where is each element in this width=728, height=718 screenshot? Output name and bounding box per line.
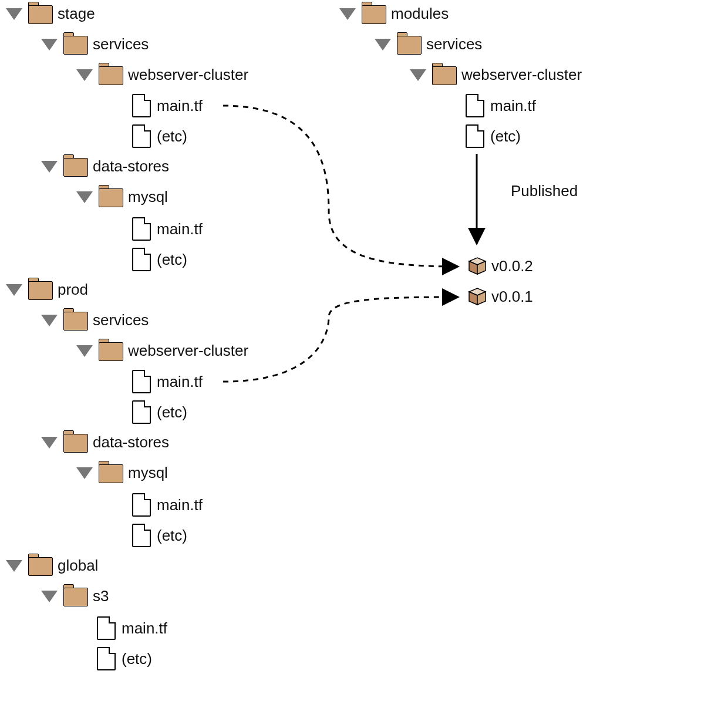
file-global-main-tf: main.tf: [97, 616, 167, 640]
chevron-down-icon: [41, 39, 58, 50]
folder-icon: [432, 66, 456, 84]
file-stage-mysql-main-tf: main.tf: [132, 217, 203, 241]
folder-label: services: [93, 35, 149, 53]
folder-prod: prod: [6, 281, 88, 299]
file-icon: [97, 647, 116, 670]
folder-icon: [28, 557, 52, 575]
file-label: (etc): [157, 127, 187, 146]
folder-global-s3: s3: [41, 587, 109, 605]
file-icon: [466, 94, 484, 117]
folder-label: modules: [391, 5, 449, 23]
version-label: v0.0.1: [491, 288, 533, 306]
file-label: main.tf: [157, 373, 203, 391]
file-label: main.tf: [157, 496, 203, 514]
chevron-down-icon: [410, 69, 426, 81]
file-prod-etc: (etc): [132, 400, 187, 424]
folder-label: mysql: [128, 464, 168, 482]
file-label: main.tf: [157, 220, 203, 238]
folder-icon: [63, 36, 87, 53]
file-global-etc: (etc): [97, 647, 152, 670]
folder-label: data-stores: [93, 433, 169, 451]
chevron-down-icon: [41, 161, 58, 173]
folder-label: services: [426, 35, 482, 53]
chevron-down-icon: [375, 39, 391, 50]
file-icon: [132, 524, 151, 547]
folder-label: mysql: [128, 188, 168, 206]
chevron-down-icon: [6, 284, 22, 296]
folder-icon: [63, 434, 87, 451]
chevron-down-icon: [76, 467, 93, 479]
folder-prod-webserver-cluster: webserver-cluster: [76, 342, 248, 360]
folder-icon: [397, 36, 420, 53]
folder-global: global: [6, 557, 98, 575]
folder-label: webserver-cluster: [128, 66, 248, 84]
file-label: main.tf: [122, 619, 167, 638]
folder-icon: [63, 158, 87, 176]
published-label: Published: [511, 182, 578, 200]
package-icon: [466, 258, 486, 275]
chevron-down-icon: [41, 315, 58, 326]
folder-prod-mysql: mysql: [76, 464, 168, 482]
file-icon: [132, 400, 151, 424]
file-label: (etc): [122, 650, 152, 668]
file-prod-main-tf: main.tf: [132, 370, 203, 393]
file-stage-mysql-etc: (etc): [132, 248, 187, 271]
file-icon: [132, 217, 151, 241]
folder-label: webserver-cluster: [128, 342, 248, 360]
chevron-down-icon: [76, 191, 93, 203]
chevron-down-icon: [41, 591, 58, 602]
file-label: (etc): [157, 251, 187, 269]
package-v1: v0.0.1: [466, 288, 533, 306]
folder-icon: [99, 464, 122, 482]
folder-label: s3: [93, 587, 109, 605]
file-stage-etc: (etc): [132, 124, 187, 148]
folder-icon: [99, 188, 122, 206]
folder-icon: [362, 5, 385, 23]
folder-label: webserver-cluster: [461, 66, 582, 84]
chevron-down-icon: [76, 69, 93, 81]
folder-icon: [63, 588, 87, 605]
file-label: (etc): [157, 527, 187, 545]
folder-icon: [28, 281, 52, 299]
file-label: (etc): [490, 127, 521, 146]
folder-label: data-stores: [93, 157, 169, 176]
chevron-down-icon: [339, 8, 356, 20]
chevron-down-icon: [41, 437, 58, 449]
file-icon: [132, 493, 151, 517]
folder-prod-data-stores: data-stores: [41, 433, 169, 451]
folder-icon: [28, 5, 52, 23]
file-icon: [132, 370, 151, 393]
folder-modules-services: services: [375, 35, 482, 53]
file-modules-main-tf: main.tf: [466, 94, 536, 117]
folder-label: prod: [58, 281, 88, 299]
folder-stage-data-stores: data-stores: [41, 157, 169, 176]
file-icon: [466, 124, 484, 148]
chevron-down-icon: [76, 345, 93, 357]
folder-prod-services: services: [41, 311, 149, 329]
folder-icon: [99, 342, 122, 360]
file-label: main.tf: [490, 97, 536, 115]
folder-modules-webserver-cluster: webserver-cluster: [410, 66, 582, 84]
file-icon: [132, 124, 151, 148]
package-v2: v0.0.2: [466, 257, 533, 275]
chevron-down-icon: [6, 560, 22, 572]
file-modules-etc: (etc): [466, 124, 521, 148]
folder-label: services: [93, 311, 149, 329]
file-icon: [97, 616, 116, 640]
file-prod-mysql-main-tf: main.tf: [132, 493, 203, 517]
folder-stage-mysql: mysql: [76, 188, 168, 206]
arrow-prod-to-v1: [223, 297, 458, 382]
folder-icon: [63, 312, 87, 329]
file-prod-mysql-etc: (etc): [132, 524, 187, 547]
folder-stage-webserver-cluster: webserver-cluster: [76, 66, 248, 84]
file-icon: [132, 94, 151, 117]
file-label: (etc): [157, 403, 187, 422]
folder-stage: stage: [6, 5, 95, 23]
folder-stage-services: services: [41, 35, 149, 53]
package-icon: [466, 288, 486, 306]
file-icon: [132, 248, 151, 271]
folder-modules: modules: [339, 5, 449, 23]
file-stage-main-tf: main.tf: [132, 94, 203, 117]
version-label: v0.0.2: [491, 257, 533, 275]
folder-label: global: [58, 557, 98, 575]
